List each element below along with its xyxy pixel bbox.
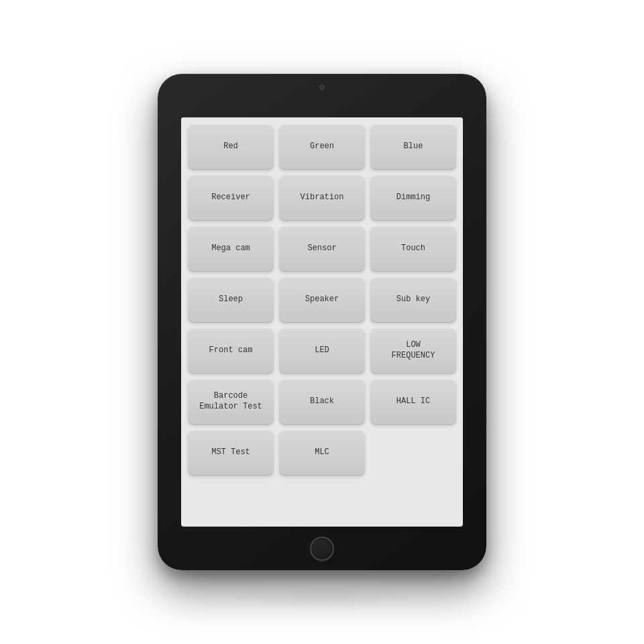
btn-sensor[interactable]: Sensor bbox=[279, 226, 365, 272]
btn-vibration[interactable]: Vibration bbox=[279, 175, 365, 221]
tablet-device: SPYDER SPYDER RedGreenBlueReceiverVibrat… bbox=[158, 74, 486, 570]
btn-speaker[interactable]: Speaker bbox=[279, 277, 365, 323]
btn-touch[interactable]: Touch bbox=[370, 226, 456, 272]
btn-blue[interactable]: Blue bbox=[370, 124, 456, 170]
btn-sleep[interactable]: Sleep bbox=[188, 277, 274, 323]
btn-mlc[interactable]: MLC bbox=[279, 430, 365, 476]
btn-megacam[interactable]: Mega cam bbox=[188, 226, 274, 272]
btn-msttest[interactable]: MST Test bbox=[188, 430, 274, 476]
btn-halic[interactable]: HALL IC bbox=[370, 379, 456, 425]
last-row: MST TestMLC bbox=[188, 430, 456, 476]
btn-black[interactable]: Black bbox=[279, 379, 365, 425]
btn-led[interactable]: LED bbox=[279, 328, 365, 374]
btn-receiver[interactable]: Receiver bbox=[188, 175, 274, 221]
btn-lowfrequency[interactable]: LOW FREQUENCY bbox=[370, 328, 456, 374]
btn-subkey[interactable]: Sub key bbox=[370, 277, 456, 323]
tablet-screen: SPYDER SPYDER RedGreenBlueReceiverVibrat… bbox=[181, 117, 463, 527]
btn-frontcam[interactable]: Front cam bbox=[188, 328, 274, 374]
btn-barcode[interactable]: Barcode Emulator Test bbox=[188, 379, 274, 425]
front-camera bbox=[319, 85, 325, 90]
empty-cell bbox=[370, 430, 456, 476]
home-button[interactable] bbox=[310, 537, 334, 561]
btn-dimming[interactable]: Dimming bbox=[370, 175, 456, 221]
btn-red[interactable]: Red bbox=[188, 124, 274, 170]
button-grid: RedGreenBlueReceiverVibrationDimmingMega… bbox=[181, 117, 463, 482]
btn-green[interactable]: Green bbox=[279, 124, 365, 170]
